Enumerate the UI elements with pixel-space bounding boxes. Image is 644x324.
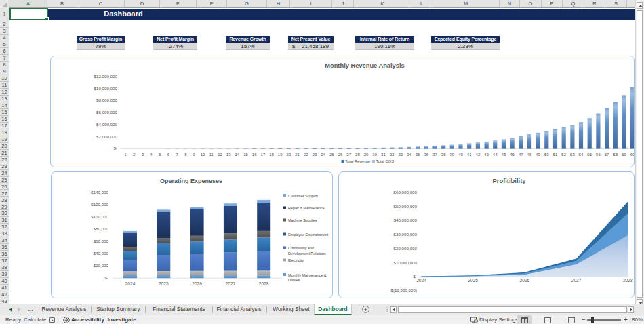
svg-text:34: 34 <box>407 153 411 157</box>
svg-text:10: 10 <box>201 153 205 157</box>
svg-text:14: 14 <box>235 153 239 157</box>
svg-text:27: 27 <box>346 153 351 157</box>
svg-text:$120,000: $120,000 <box>91 202 108 207</box>
svg-text:Electricity: Electricity <box>288 258 304 262</box>
svg-text:51: 51 <box>553 153 558 157</box>
svg-text:$-: $- <box>104 275 108 280</box>
svg-text:54: 54 <box>579 153 584 157</box>
svg-text:6: 6 <box>167 153 170 157</box>
svg-text:58: 58 <box>613 153 618 157</box>
svg-text:Community and: Community and <box>288 246 314 250</box>
svg-text:44: 44 <box>493 153 498 157</box>
svg-text:3: 3 <box>142 153 144 157</box>
svg-text:30: 30 <box>372 153 377 157</box>
svg-text:45: 45 <box>502 153 506 157</box>
svg-text:22: 22 <box>304 153 308 157</box>
svg-text:Monthly Maintenance &: Monthly Maintenance & <box>288 273 327 277</box>
svg-text:$40,000: $40,000 <box>94 251 109 256</box>
svg-text:40: 40 <box>458 153 463 157</box>
svg-text:$-: $- <box>113 146 117 150</box>
svg-text:49: 49 <box>536 153 540 157</box>
svg-text:33: 33 <box>398 153 403 157</box>
svg-text:42: 42 <box>476 153 481 157</box>
svg-text:28: 28 <box>355 153 360 157</box>
svg-text:Development Relations: Development Relations <box>288 251 326 256</box>
svg-text:56: 56 <box>596 153 601 157</box>
svg-text:2028: 2028 <box>623 278 633 283</box>
svg-text:17: 17 <box>261 153 266 157</box>
svg-text:2026: 2026 <box>192 281 202 286</box>
svg-text:36: 36 <box>424 153 428 157</box>
svg-text:57: 57 <box>605 153 609 157</box>
svg-text:2: 2 <box>133 153 136 157</box>
svg-text:43: 43 <box>484 153 489 157</box>
svg-text:25: 25 <box>329 153 334 157</box>
svg-text:$6,000,000: $6,000,000 <box>96 110 118 115</box>
svg-text:$10,000,000: $10,000,000 <box>94 86 118 91</box>
svg-text:2024: 2024 <box>125 281 136 286</box>
svg-text:$50,000,000: $50,000,000 <box>394 204 418 209</box>
svg-text:1: 1 <box>124 153 127 157</box>
svg-text:2027: 2027 <box>571 278 582 283</box>
svg-text:7: 7 <box>176 153 178 157</box>
svg-text:19: 19 <box>278 153 283 157</box>
svg-text:Operating Expeneses: Operating Expeneses <box>160 178 222 184</box>
svg-text:59: 59 <box>622 153 626 157</box>
svg-text:39: 39 <box>449 153 454 157</box>
svg-text:$(10,000,000): $(10,000,000) <box>390 288 417 293</box>
svg-text:20: 20 <box>287 153 291 157</box>
svg-text:16: 16 <box>252 153 257 157</box>
svg-text:23: 23 <box>313 153 317 157</box>
svg-text:4: 4 <box>150 153 153 157</box>
svg-text:21: 21 <box>295 153 300 157</box>
svg-text:$20,000: $20,000 <box>94 263 109 268</box>
svg-text:2025: 2025 <box>468 278 478 283</box>
svg-text:41: 41 <box>467 153 472 157</box>
svg-text:Utilities: Utilities <box>288 278 300 282</box>
svg-text:$2,000,000: $2,000,000 <box>96 134 118 139</box>
svg-text:Profitibility: Profitibility <box>493 177 527 184</box>
svg-text:2025: 2025 <box>159 281 169 286</box>
svg-text:2027: 2027 <box>226 281 236 286</box>
svg-text:37: 37 <box>432 153 437 157</box>
svg-text:Repair & Maintenance: Repair & Maintenance <box>288 206 324 210</box>
svg-text:Customer Support: Customer Support <box>288 194 318 198</box>
svg-text:31: 31 <box>381 153 386 157</box>
svg-text:53: 53 <box>570 153 575 157</box>
svg-text:$20,000,000: $20,000,000 <box>394 246 418 251</box>
svg-text:13: 13 <box>226 153 231 157</box>
svg-text:$100,000: $100,000 <box>91 214 108 219</box>
svg-text:Monthly Revenue Analysis: Monthly Revenue Analysis <box>325 62 404 69</box>
svg-text:24: 24 <box>321 153 325 157</box>
svg-text:46: 46 <box>510 153 515 157</box>
svg-text:2024: 2024 <box>416 278 426 283</box>
svg-text:60: 60 <box>630 153 634 157</box>
svg-text:11: 11 <box>209 153 214 157</box>
svg-text:8: 8 <box>184 153 187 157</box>
svg-text:38: 38 <box>441 153 446 157</box>
svg-text:$12,000,000: $12,000,000 <box>94 74 118 79</box>
svg-text:$30,000,000: $30,000,000 <box>394 232 418 237</box>
svg-text:Total Revenue: Total Revenue <box>345 159 371 163</box>
svg-text:$80,000: $80,000 <box>94 226 109 231</box>
svg-text:55: 55 <box>587 153 592 157</box>
svg-text:26: 26 <box>338 153 343 157</box>
svg-text:Machine Supplies: Machine Supplies <box>288 218 317 222</box>
svg-text:Total COS: Total COS <box>376 159 395 163</box>
svg-text:52: 52 <box>561 153 566 157</box>
svg-text:$60,000,000: $60,000,000 <box>394 190 418 195</box>
svg-text:12: 12 <box>218 153 222 157</box>
svg-text:$140,000: $140,000 <box>91 190 108 195</box>
svg-text:$4,000,000: $4,000,000 <box>96 122 118 127</box>
svg-text:$10,000,000: $10,000,000 <box>394 260 418 265</box>
svg-text:2028: 2028 <box>259 281 269 286</box>
svg-text:15: 15 <box>243 153 248 157</box>
svg-text:2026: 2026 <box>520 278 530 283</box>
svg-text:5: 5 <box>159 153 161 157</box>
svg-text:47: 47 <box>519 153 523 157</box>
svg-text:32: 32 <box>390 153 395 157</box>
svg-text:9: 9 <box>193 153 196 157</box>
svg-text:$40,000,000: $40,000,000 <box>394 218 418 222</box>
svg-text:35: 35 <box>416 153 420 157</box>
svg-text:50: 50 <box>544 153 549 157</box>
